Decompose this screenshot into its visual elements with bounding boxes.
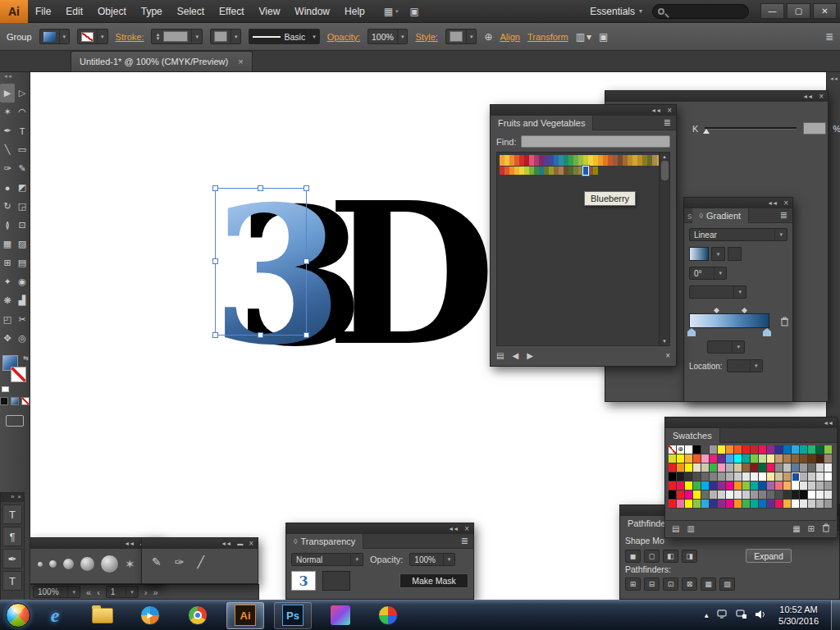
- color-swatch[interactable]: [710, 500, 718, 509]
- color-swatch[interactable]: [800, 491, 808, 500]
- color-swatch[interactable]: [726, 472, 734, 482]
- collapse-panel-icon[interactable]: ◄◄: [448, 526, 458, 532]
- color-swatch[interactable]: [775, 472, 783, 482]
- control-panel-menu-icon[interactable]: ≣: [825, 31, 833, 43]
- brush-preview[interactable]: [101, 555, 118, 573]
- brush-preview[interactable]: [49, 560, 57, 568]
- color-swatch[interactable]: [792, 454, 800, 463]
- color-swatch[interactable]: [726, 500, 734, 509]
- free-transform-tool[interactable]: ⊡: [15, 216, 30, 235]
- select-similar-icon[interactable]: ▥▾: [576, 31, 591, 43]
- angle-dropdown[interactable]: 0° ▾: [689, 267, 727, 280]
- color-swatch[interactable]: [808, 463, 816, 472]
- style-link[interactable]: Style:: [415, 32, 438, 42]
- arrange-documents-icon[interactable]: ▦▾: [384, 6, 399, 17]
- color-swatch[interactable]: [775, 500, 783, 509]
- color-swatch[interactable]: [775, 463, 783, 472]
- screen-mode-button[interactable]: [6, 415, 24, 427]
- selection-handle[interactable]: [212, 258, 218, 264]
- color-swatch[interactable]: [685, 472, 693, 482]
- swatches-tab[interactable]: Swatches: [665, 428, 720, 443]
- gradient-midpoint[interactable]: [742, 308, 747, 313]
- scroll-up-icon[interactable]: ▲: [662, 154, 667, 159]
- width-tool[interactable]: ≬: [0, 216, 15, 235]
- paintbrush-tool[interactable]: ✑: [0, 159, 15, 178]
- artboard-dropdown[interactable]: 1 ▾: [106, 586, 139, 598]
- color-swatch[interactable]: [669, 454, 677, 463]
- color-swatch[interactable]: [718, 482, 726, 491]
- color-swatch[interactable]: [685, 491, 693, 500]
- volume-tray-icon[interactable]: [755, 609, 766, 621]
- color-swatch[interactable]: [751, 500, 759, 509]
- color-swatch[interactable]: [742, 482, 751, 491]
- menu-item-object[interactable]: Object: [90, 0, 134, 23]
- color-swatch[interactable]: [742, 491, 751, 500]
- none-swatch[interactable]: [669, 445, 677, 454]
- color-swatch[interactable]: [767, 472, 775, 482]
- pencil-brush-icon[interactable]: ✎: [152, 555, 162, 568]
- color-swatch[interactable]: [759, 482, 767, 491]
- character-panel-icon[interactable]: T: [2, 504, 22, 524]
- previous-artboard-icon[interactable]: ‹: [97, 587, 100, 597]
- default-fill-stroke-icon[interactable]: [2, 386, 9, 392]
- color-swatch[interactable]: [775, 454, 783, 463]
- crop-icon[interactable]: ⊠: [682, 578, 697, 591]
- workspace-switcher[interactable]: Essentials ▾: [590, 6, 642, 17]
- color-swatch[interactable]: [808, 500, 816, 509]
- color-swatch[interactable]: [701, 500, 710, 509]
- color-swatch[interactable]: [824, 472, 833, 482]
- zoom-dropdown[interactable]: 100% ▾: [33, 586, 80, 598]
- color-swatch[interactable]: [800, 482, 808, 491]
- color-swatch[interactable]: [767, 482, 775, 491]
- selection-tool[interactable]: ▶: [0, 84, 15, 103]
- selection-handle[interactable]: [212, 185, 218, 191]
- color-swatch[interactable]: [824, 463, 833, 472]
- color-swatch[interactable]: [669, 491, 677, 500]
- color-swatch[interactable]: [816, 454, 824, 463]
- color-swatch[interactable]: [701, 482, 710, 491]
- color-swatch[interactable]: [734, 472, 742, 482]
- color-swatch[interactable]: [783, 472, 792, 482]
- menu-item-window[interactable]: Window: [287, 0, 337, 23]
- selection-handle[interactable]: [258, 332, 263, 338]
- taskbar-clock[interactable]: 10:52 AM 5/30/2016: [778, 604, 819, 628]
- shape-builder-tool[interactable]: ▦: [0, 235, 15, 253]
- gradient-fill-thumb[interactable]: [689, 247, 709, 261]
- minus-front-icon[interactable]: ◻: [644, 550, 660, 563]
- chrome-taskbar-icon[interactable]: [179, 602, 217, 629]
- color-swatch[interactable]: [734, 445, 742, 454]
- color-swatch[interactable]: [701, 463, 710, 472]
- color-swatch[interactable]: [751, 445, 759, 454]
- color-swatch[interactable]: [783, 445, 792, 454]
- color-swatch[interactable]: [734, 482, 742, 491]
- gradient-stop-start[interactable]: [687, 328, 696, 336]
- artboard-tool[interactable]: ◰: [0, 310, 15, 329]
- selection-bounding-box[interactable]: [215, 188, 307, 336]
- delete-swatch-icon[interactable]: [822, 523, 830, 534]
- menu-item-edit[interactable]: Edit: [58, 0, 90, 23]
- color-swatch[interactable]: [792, 445, 800, 454]
- color-swatch[interactable]: [701, 491, 710, 500]
- color-swatch[interactable]: [800, 463, 808, 472]
- color-swatch[interactable]: [718, 491, 726, 500]
- selection-handle[interactable]: [304, 185, 309, 191]
- color-swatch[interactable]: [718, 500, 726, 509]
- blend-mode-dropdown[interactable]: Normal ▾: [291, 553, 363, 566]
- minus-back-icon[interactable]: ▧: [719, 578, 735, 591]
- library-swatch[interactable]: [593, 167, 598, 175]
- aspect-dropdown[interactable]: ▾: [689, 285, 746, 299]
- scale-tool[interactable]: ◲: [15, 197, 30, 216]
- menu-item-effect[interactable]: Effect: [212, 0, 251, 23]
- align-link[interactable]: Align: [500, 32, 519, 42]
- gradient-mode-button[interactable]: [11, 397, 19, 405]
- eraser-tool[interactable]: ◩: [15, 178, 30, 197]
- close-button[interactable]: ✕: [813, 3, 837, 19]
- document-setup-globe-icon[interactable]: ⊕: [484, 31, 492, 43]
- stroke-link[interactable]: Stroke:: [116, 32, 144, 42]
- color-swatch[interactable]: [726, 454, 734, 463]
- color-swatch[interactable]: [751, 482, 759, 491]
- merge-icon[interactable]: ⊡: [663, 578, 678, 591]
- stroke-weight-value[interactable]: [163, 31, 188, 42]
- direct-selection-tool[interactable]: ▷: [15, 84, 30, 103]
- expand-button[interactable]: Expand: [746, 549, 792, 563]
